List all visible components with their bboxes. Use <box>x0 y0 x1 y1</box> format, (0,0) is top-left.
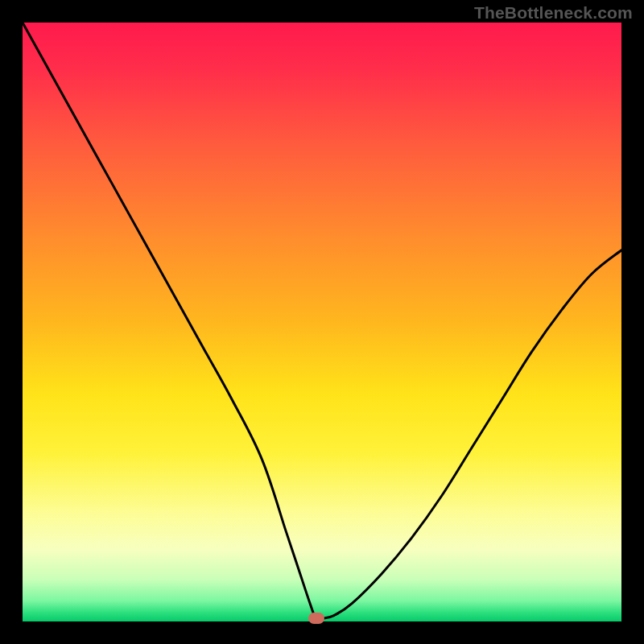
optimal-point-marker <box>308 613 324 624</box>
chart-stage: TheBottleneck.com <box>0 0 644 644</box>
svg-rect-0 <box>23 23 621 621</box>
chart-svg <box>0 0 644 644</box>
watermark-label: TheBottleneck.com <box>474 3 633 23</box>
